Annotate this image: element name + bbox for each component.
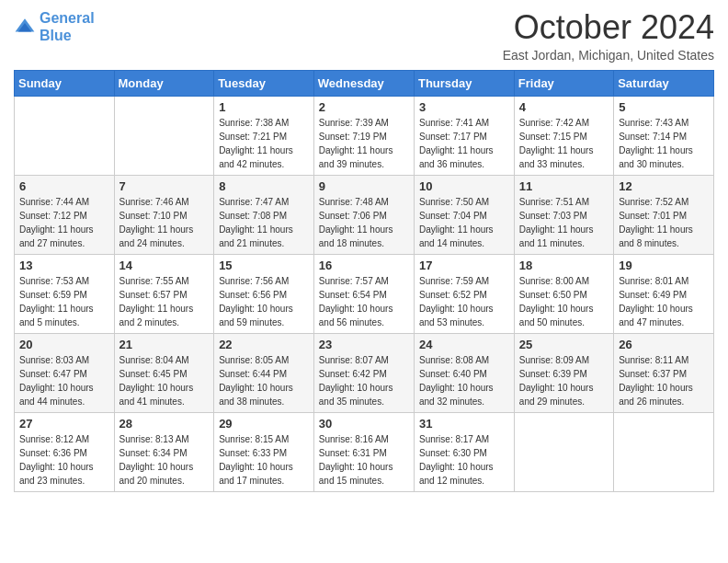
calendar-cell [114,96,214,175]
day-info: Sunrise: 7:44 AMSunset: 7:12 PMDaylight:… [19,195,109,250]
day-info: Sunrise: 7:47 AMSunset: 7:08 PMDaylight:… [219,195,309,250]
calendar-cell: 28Sunrise: 8:13 AMSunset: 6:34 PMDayligh… [114,412,214,491]
day-number: 28 [119,417,210,431]
calendar-week-row: 6Sunrise: 7:44 AMSunset: 7:12 PMDaylight… [15,175,714,254]
day-number: 11 [519,179,609,193]
day-number: 7 [119,179,210,193]
day-info: Sunrise: 8:15 AMSunset: 6:33 PMDaylight:… [219,432,309,488]
day-info: Sunrise: 7:41 AMSunset: 7:17 PMDaylight:… [419,116,509,171]
calendar-cell: 15Sunrise: 7:56 AMSunset: 6:56 PMDayligh… [214,254,314,333]
day-number: 21 [119,338,210,351]
day-of-week-header: Friday [514,70,613,96]
day-of-week-header: Sunday [15,70,115,96]
day-number: 13 [19,259,109,272]
calendar-cell: 6Sunrise: 7:44 AMSunset: 7:12 PMDaylight… [15,175,115,254]
calendar-cell: 12Sunrise: 7:52 AMSunset: 7:01 PMDayligh… [614,175,714,254]
calendar-cell: 16Sunrise: 7:57 AMSunset: 6:54 PMDayligh… [313,254,414,333]
day-info: Sunrise: 7:38 AMSunset: 7:21 PMDaylight:… [219,116,309,171]
calendar-cell: 23Sunrise: 8:07 AMSunset: 6:42 PMDayligh… [313,333,414,412]
title-block: October 2024 East Jordan, Michigan, Unit… [503,9,714,63]
day-number: 23 [319,338,409,351]
calendar-cell: 21Sunrise: 8:04 AMSunset: 6:45 PMDayligh… [114,333,214,412]
day-info: Sunrise: 7:50 AMSunset: 7:04 PMDaylight:… [419,195,509,250]
day-info: Sunrise: 7:48 AMSunset: 7:06 PMDaylight:… [319,195,409,250]
day-number: 24 [419,338,509,351]
day-info: Sunrise: 8:11 AMSunset: 6:37 PMDaylight:… [619,353,709,408]
calendar-cell: 18Sunrise: 8:00 AMSunset: 6:50 PMDayligh… [514,254,613,333]
day-number: 3 [419,100,509,114]
day-info: Sunrise: 8:08 AMSunset: 6:40 PMDaylight:… [419,353,509,408]
calendar-cell: 11Sunrise: 7:51 AMSunset: 7:03 PMDayligh… [514,175,613,254]
calendar-cell: 9Sunrise: 7:48 AMSunset: 7:06 PMDaylight… [313,175,414,254]
calendar-cell: 3Sunrise: 7:41 AMSunset: 7:17 PMDaylight… [414,96,514,175]
day-info: Sunrise: 7:51 AMSunset: 7:03 PMDaylight:… [519,195,609,250]
calendar-cell: 30Sunrise: 8:16 AMSunset: 6:31 PMDayligh… [313,412,414,491]
day-number: 1 [219,100,309,114]
calendar-cell: 10Sunrise: 7:50 AMSunset: 7:04 PMDayligh… [414,175,514,254]
day-number: 22 [219,338,309,351]
calendar-cell: 20Sunrise: 8:03 AMSunset: 6:47 PMDayligh… [15,333,115,412]
day-info: Sunrise: 8:07 AMSunset: 6:42 PMDaylight:… [319,353,409,408]
day-number: 26 [619,338,709,351]
calendar-cell: 17Sunrise: 7:59 AMSunset: 6:52 PMDayligh… [414,254,514,333]
calendar-cell: 24Sunrise: 8:08 AMSunset: 6:40 PMDayligh… [414,333,514,412]
calendar-week-row: 13Sunrise: 7:53 AMSunset: 6:59 PMDayligh… [15,254,714,333]
month-title: October 2024 [503,9,714,46]
calendar-table: SundayMondayTuesdayWednesdayThursdayFrid… [14,70,714,492]
calendar-cell: 2Sunrise: 7:39 AMSunset: 7:19 PMDaylight… [313,96,414,175]
day-info: Sunrise: 7:39 AMSunset: 7:19 PMDaylight:… [319,116,409,171]
day-number: 4 [519,100,609,114]
logo-line2: Blue [40,28,72,43]
day-of-week-header: Thursday [414,70,514,96]
location: East Jordan, Michigan, United States [503,48,714,63]
day-of-week-header: Wednesday [313,70,414,96]
day-info: Sunrise: 8:00 AMSunset: 6:50 PMDaylight:… [519,274,609,329]
day-number: 14 [119,259,210,272]
calendar-week-row: 20Sunrise: 8:03 AMSunset: 6:47 PMDayligh… [15,333,714,412]
day-info: Sunrise: 7:52 AMSunset: 7:01 PMDaylight:… [619,195,709,250]
day-info: Sunrise: 7:46 AMSunset: 7:10 PMDaylight:… [119,195,210,250]
day-info: Sunrise: 8:16 AMSunset: 6:31 PMDaylight:… [319,432,409,488]
day-of-week-header: Tuesday [214,70,314,96]
day-info: Sunrise: 7:59 AMSunset: 6:52 PMDaylight:… [419,274,509,329]
calendar-cell: 7Sunrise: 7:46 AMSunset: 7:10 PMDaylight… [114,175,214,254]
day-info: Sunrise: 7:55 AMSunset: 6:57 PMDaylight:… [119,274,210,329]
day-number: 29 [219,417,309,431]
day-number: 20 [19,338,109,351]
day-info: Sunrise: 8:12 AMSunset: 6:36 PMDaylight:… [19,432,109,488]
calendar-cell: 14Sunrise: 7:55 AMSunset: 6:57 PMDayligh… [114,254,214,333]
calendar-cell: 26Sunrise: 8:11 AMSunset: 6:37 PMDayligh… [614,333,714,412]
day-info: Sunrise: 8:13 AMSunset: 6:34 PMDaylight:… [119,432,210,488]
calendar-cell: 1Sunrise: 7:38 AMSunset: 7:21 PMDaylight… [214,96,314,175]
day-number: 6 [19,179,109,193]
day-info: Sunrise: 7:53 AMSunset: 6:59 PMDaylight:… [19,274,109,329]
day-of-week-header: Saturday [614,70,714,96]
day-info: Sunrise: 7:57 AMSunset: 6:54 PMDaylight:… [319,274,409,329]
day-info: Sunrise: 8:09 AMSunset: 6:39 PMDaylight:… [519,353,609,408]
day-number: 18 [519,259,609,272]
day-number: 27 [19,417,109,431]
day-info: Sunrise: 7:56 AMSunset: 6:56 PMDaylight:… [219,274,309,329]
day-info: Sunrise: 8:03 AMSunset: 6:47 PMDaylight:… [19,353,109,408]
day-number: 12 [619,179,709,193]
calendar-cell: 19Sunrise: 8:01 AMSunset: 6:49 PMDayligh… [614,254,714,333]
day-number: 15 [219,259,309,272]
logo-text: General Blue [40,9,95,44]
calendar-cell: 27Sunrise: 8:12 AMSunset: 6:36 PMDayligh… [15,412,115,491]
calendar-cell: 31Sunrise: 8:17 AMSunset: 6:30 PMDayligh… [414,412,514,491]
calendar-cell: 8Sunrise: 7:47 AMSunset: 7:08 PMDaylight… [214,175,314,254]
day-info: Sunrise: 8:01 AMSunset: 6:49 PMDaylight:… [619,274,709,329]
day-info: Sunrise: 7:42 AMSunset: 7:15 PMDaylight:… [519,116,609,171]
day-number: 8 [219,179,309,193]
day-number: 2 [319,100,409,114]
calendar-header-row: SundayMondayTuesdayWednesdayThursdayFrid… [15,70,714,96]
day-info: Sunrise: 8:17 AMSunset: 6:30 PMDaylight:… [419,432,509,488]
day-info: Sunrise: 8:04 AMSunset: 6:45 PMDaylight:… [119,353,210,408]
calendar-cell: 13Sunrise: 7:53 AMSunset: 6:59 PMDayligh… [15,254,115,333]
calendar-week-row: 27Sunrise: 8:12 AMSunset: 6:36 PMDayligh… [15,412,714,491]
logo-line1: General [40,10,95,26]
calendar-cell: 5Sunrise: 7:43 AMSunset: 7:14 PMDaylight… [614,96,714,175]
day-number: 31 [419,417,509,431]
calendar-cell: 22Sunrise: 8:05 AMSunset: 6:44 PMDayligh… [214,333,314,412]
calendar-cell: 29Sunrise: 8:15 AMSunset: 6:33 PMDayligh… [214,412,314,491]
